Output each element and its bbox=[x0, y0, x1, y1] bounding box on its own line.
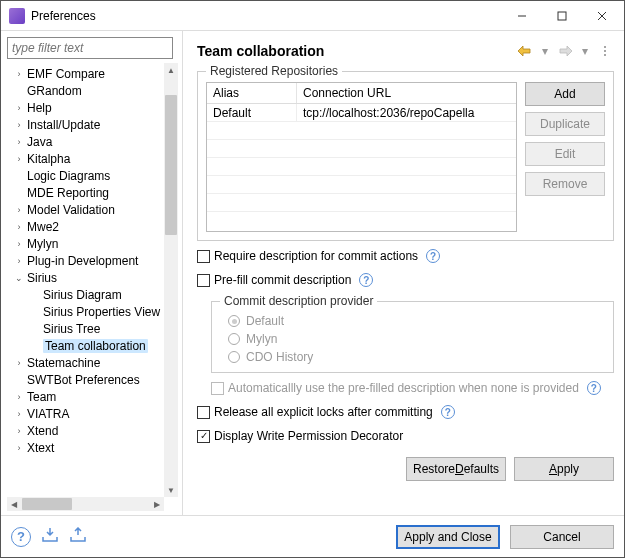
tree-item-label: Help bbox=[27, 101, 52, 115]
chevron-right-icon[interactable]: › bbox=[13, 425, 25, 437]
require-description-checkbox[interactable] bbox=[197, 250, 210, 263]
chevron-right-icon[interactable]: › bbox=[13, 442, 25, 454]
dropdown-forward-icon[interactable]: ▾ bbox=[576, 42, 594, 60]
vertical-scrollbar[interactable]: ▲ ▼ bbox=[164, 63, 178, 497]
help-icon[interactable]: ? bbox=[587, 381, 601, 395]
tree-item[interactable]: ›EMF Compare bbox=[7, 65, 164, 82]
table-row[interactable]: Default tcp://localhost:2036/repoCapella bbox=[207, 104, 516, 122]
display-decorator-checkbox[interactable] bbox=[197, 430, 210, 443]
preferences-tree[interactable]: ›EMF CompareGRandom›Help›Install/Update›… bbox=[7, 63, 164, 497]
window-title: Preferences bbox=[31, 9, 502, 23]
chevron-right-icon[interactable]: › bbox=[13, 68, 25, 80]
group-legend: Commit description provider bbox=[220, 294, 377, 308]
help-icon[interactable]: ? bbox=[359, 273, 373, 287]
dialog-button-bar: ? Apply and Close Cancel bbox=[1, 515, 624, 557]
chevron-right-icon[interactable]: › bbox=[13, 408, 25, 420]
tree-item[interactable]: Logic Diagrams bbox=[7, 167, 164, 184]
chevron-right-icon[interactable]: › bbox=[13, 391, 25, 403]
tree-item-label: Sirius Tree bbox=[43, 322, 100, 336]
minimize-button[interactable] bbox=[502, 2, 542, 30]
help-icon[interactable]: ? bbox=[441, 405, 455, 419]
release-locks-checkbox[interactable] bbox=[197, 406, 210, 419]
svg-point-6 bbox=[604, 54, 606, 56]
prefill-commit-checkbox[interactable] bbox=[197, 274, 210, 287]
tree-item[interactable]: ›Xtext bbox=[7, 439, 164, 456]
close-button[interactable] bbox=[582, 2, 622, 30]
tree-item-label: Team bbox=[27, 390, 56, 404]
tree-item[interactable]: Sirius Tree bbox=[7, 320, 164, 337]
repositories-table[interactable]: Alias Connection URL Default tcp://local… bbox=[206, 82, 517, 232]
tree-item[interactable]: ›Team bbox=[7, 388, 164, 405]
nav-back-icon[interactable] bbox=[516, 42, 534, 60]
tree-item-label: Plug-in Development bbox=[27, 254, 138, 268]
tree-item[interactable]: ›Kitalpha bbox=[7, 150, 164, 167]
tree-item[interactable]: ›Java bbox=[7, 133, 164, 150]
remove-button: Remove bbox=[525, 172, 605, 196]
tree-item[interactable]: ›VIATRA bbox=[7, 405, 164, 422]
edit-button: Edit bbox=[525, 142, 605, 166]
menu-icon[interactable] bbox=[596, 42, 614, 60]
tree-item-label: Java bbox=[27, 135, 52, 149]
auto-prefill-label: Automaticallly use the pre-filled descri… bbox=[228, 381, 579, 395]
col-alias[interactable]: Alias bbox=[207, 83, 297, 103]
tree-item[interactable]: ›Help bbox=[7, 99, 164, 116]
tree-item[interactable]: ›Mylyn bbox=[7, 235, 164, 252]
tree-item[interactable]: Sirius Properties View bbox=[7, 303, 164, 320]
provider-cdo-radio bbox=[228, 351, 240, 363]
cancel-button[interactable]: Cancel bbox=[510, 525, 614, 549]
add-button[interactable]: Add bbox=[525, 82, 605, 106]
provider-mylyn-radio bbox=[228, 333, 240, 345]
titlebar: Preferences bbox=[1, 1, 624, 31]
restore-defaults-button[interactable]: Restore Defaults bbox=[406, 457, 506, 481]
radio-label: Mylyn bbox=[246, 332, 277, 346]
tree-item[interactable]: ⌄Sirius bbox=[7, 269, 164, 286]
tree-item[interactable]: ›Install/Update bbox=[7, 116, 164, 133]
chevron-down-icon[interactable]: ⌄ bbox=[13, 272, 25, 284]
chevron-right-icon[interactable]: › bbox=[13, 221, 25, 233]
tree-item[interactable]: ›Statemachine bbox=[7, 354, 164, 371]
tree-item[interactable]: ›Mwe2 bbox=[7, 218, 164, 235]
chevron-right-icon bbox=[13, 374, 25, 386]
chevron-right-icon[interactable]: › bbox=[13, 238, 25, 250]
scroll-right-icon[interactable]: ▶ bbox=[150, 497, 164, 511]
apply-and-close-button[interactable]: Apply and Close bbox=[396, 525, 500, 549]
dropdown-back-icon[interactable]: ▾ bbox=[536, 42, 554, 60]
export-icon[interactable] bbox=[69, 527, 87, 546]
help-icon[interactable]: ? bbox=[426, 249, 440, 263]
import-icon[interactable] bbox=[41, 527, 59, 546]
chevron-right-icon[interactable]: › bbox=[13, 204, 25, 216]
chevron-right-icon[interactable]: › bbox=[13, 255, 25, 267]
tree-item[interactable]: MDE Reporting bbox=[7, 184, 164, 201]
tree-item-label: Statemachine bbox=[27, 356, 100, 370]
chevron-right-icon bbox=[13, 170, 25, 182]
chevron-right-icon[interactable]: › bbox=[13, 119, 25, 131]
chevron-right-icon[interactable]: › bbox=[13, 102, 25, 114]
chevron-right-icon[interactable]: › bbox=[13, 136, 25, 148]
tree-item[interactable]: Team collaboration bbox=[7, 337, 164, 354]
maximize-button[interactable] bbox=[542, 2, 582, 30]
horizontal-scrollbar[interactable]: ◀ ▶ bbox=[7, 497, 164, 511]
chevron-right-icon bbox=[29, 306, 41, 318]
scroll-down-icon[interactable]: ▼ bbox=[164, 483, 178, 497]
filter-input[interactable] bbox=[7, 37, 173, 59]
help-icon[interactable]: ? bbox=[11, 527, 31, 547]
tree-item-label: Mylyn bbox=[27, 237, 58, 251]
scroll-up-icon[interactable]: ▲ bbox=[164, 63, 178, 77]
tree-item[interactable]: ›Plug-in Development bbox=[7, 252, 164, 269]
tree-item[interactable]: ›Xtend bbox=[7, 422, 164, 439]
chevron-right-icon[interactable]: › bbox=[13, 153, 25, 165]
app-icon bbox=[9, 8, 25, 24]
svg-point-4 bbox=[604, 46, 606, 48]
chevron-right-icon[interactable]: › bbox=[13, 357, 25, 369]
tree-item[interactable]: GRandom bbox=[7, 82, 164, 99]
page-title: Team collaboration bbox=[197, 43, 514, 59]
tree-item[interactable]: SWTBot Preferences bbox=[7, 371, 164, 388]
tree-item[interactable]: ›Model Validation bbox=[7, 201, 164, 218]
scroll-thumb[interactable] bbox=[165, 95, 177, 235]
scroll-left-icon[interactable]: ◀ bbox=[7, 497, 21, 511]
apply-button[interactable]: Apply bbox=[514, 457, 614, 481]
col-url[interactable]: Connection URL bbox=[297, 83, 516, 103]
scroll-thumb-h[interactable] bbox=[22, 498, 72, 510]
chevron-right-icon bbox=[13, 85, 25, 97]
tree-item[interactable]: Sirius Diagram bbox=[7, 286, 164, 303]
